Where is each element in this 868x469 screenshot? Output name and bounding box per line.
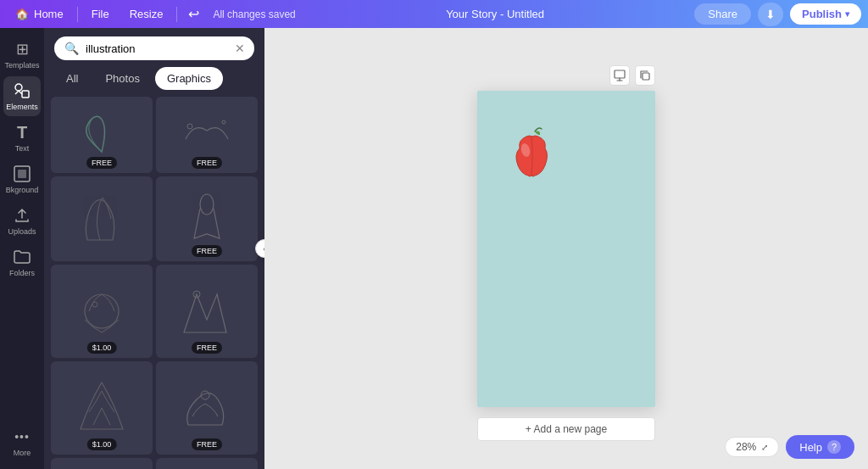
zoom-value: 28% [736,441,756,453]
file-button[interactable]: File [83,4,118,24]
canvas-tool-copy[interactable] [635,65,655,86]
list-item[interactable]: FREE [156,361,258,455]
share-button[interactable]: Share [694,3,751,25]
sidebar-item-more[interactable]: ••• More [3,422,41,462]
canvas-page[interactable] [477,91,655,407]
help-button[interactable]: Help ? [786,435,854,459]
graphics-grid: FREE FREE [44,90,264,469]
apple-illustration[interactable] [503,125,562,188]
search-input[interactable] [86,42,228,55]
svg-rect-29 [615,70,625,78]
svg-rect-1 [22,91,29,98]
canvas-wrapper: + Add a new page [477,91,655,407]
tab-all[interactable]: All [54,67,90,90]
zoom-expand-icon: ⤢ [761,443,768,452]
svg-point-8 [92,302,97,307]
graphic-preview [61,185,142,253]
divider-2 [176,7,177,22]
svg-point-5 [222,120,225,124]
sidebar-item-uploads[interactable]: Uploads [3,201,41,241]
search-icon: 🔍 [64,42,79,55]
bottom-bar: 28% ⤢ Help ? [725,435,854,459]
svg-point-6 [200,194,214,215]
search-bar: 🔍 ✕ [44,28,264,60]
main-content: ⊞ Templates Elements T Text [0,28,868,469]
save-status: All changes saved [213,8,295,20]
more-icon: ••• [13,427,31,446]
tab-photos[interactable]: Photos [93,67,151,90]
search-clear-icon[interactable]: ✕ [235,42,245,55]
tabs: All Photos Graphics [44,60,264,90]
list-item[interactable]: FREE [156,176,258,261]
tab-graphics[interactable]: Graphics [155,67,223,90]
folders-label: Folders [9,269,35,277]
topbar-right: Share ⬇ Publish ▾ [694,3,861,26]
folders-icon [13,248,31,266]
list-item[interactable]: FREE [156,265,258,358]
svg-rect-30 [643,73,649,80]
zoom-display[interactable]: 28% ⤢ [725,437,779,457]
uploads-icon [13,206,31,225]
publish-label: Publish [802,8,842,20]
list-item[interactable]: $1.00 [51,458,153,469]
publish-caret-icon: ▾ [845,9,849,19]
list-item[interactable]: $1.00 [51,265,153,358]
home-button[interactable]: 🏠 Home [7,4,72,24]
publish-button[interactable]: Publish ▾ [790,3,861,25]
item-badge: FREE [192,245,222,257]
sidebar-item-elements[interactable]: Elements [3,76,41,116]
templates-icon: ⊞ [13,40,31,59]
graphic-preview [61,274,142,349]
topbar-left: 🏠 Home File Resize ↩ All changes saved [7,3,296,25]
help-label: Help [799,441,822,454]
resize-button[interactable]: Resize [121,4,172,24]
canvas-area: + Add a new page 28% ⤢ Help ? [264,28,868,469]
uploads-label: Uploads [8,227,36,236]
list-item[interactable] [51,176,153,261]
svg-rect-3 [18,170,26,178]
item-badge: FREE [192,438,222,450]
item-badge: $1.00 [87,438,117,450]
graphic-preview [166,371,248,445]
canvas-tool-monitor[interactable] [609,65,630,86]
download-button[interactable]: ⬇ [758,3,783,26]
text-icon: T [13,123,31,142]
canvas-tools [609,65,655,86]
templates-label: Templates [4,61,39,70]
home-label: Home [34,8,64,20]
sidebar-icons: ⊞ Templates Elements T Text [0,28,44,469]
graphic-preview [166,274,248,349]
list-item[interactable]: FREE [156,458,258,469]
panel: 🔍 ✕ All Photos Graphics FREE [44,28,264,469]
list-item[interactable]: $1.00 [51,361,153,455]
home-icon: 🏠 [15,8,29,20]
item-badge: $1.00 [87,342,117,354]
sidebar-item-folders[interactable]: Folders [3,243,41,282]
search-wrapper: 🔍 ✕ [54,36,254,60]
svg-point-4 [187,124,192,129]
graphic-preview [61,371,142,445]
sidebar-item-text[interactable]: T Text [3,118,41,158]
divider-1 [77,7,78,22]
list-item[interactable]: FREE [51,97,153,173]
item-badge: FREE [86,157,117,169]
elements-label: Elements [6,103,38,111]
help-icon: ? [827,440,841,454]
undo-button[interactable]: ↩ [182,3,204,25]
add-page-button[interactable]: + Add a new page [477,417,655,441]
text-label: Text [15,144,30,153]
list-item[interactable]: FREE [156,97,258,173]
item-badge: FREE [192,342,222,354]
more-label: More [14,449,31,457]
document-title[interactable]: Your Story - Untitled [446,8,544,20]
topbar: 🏠 Home File Resize ↩ All changes saved Y… [0,0,868,28]
background-label: Bkground [6,186,39,194]
sidebar-item-templates[interactable]: ⊞ Templates [3,35,41,75]
sidebar-item-background[interactable]: Bkground [3,159,41,199]
graphic-preview [166,185,248,253]
svg-point-7 [85,294,119,328]
topbar-center: Your Story - Untitled [299,8,692,20]
svg-point-0 [15,84,22,91]
elements-icon [13,81,31,100]
background-icon [13,165,31,183]
